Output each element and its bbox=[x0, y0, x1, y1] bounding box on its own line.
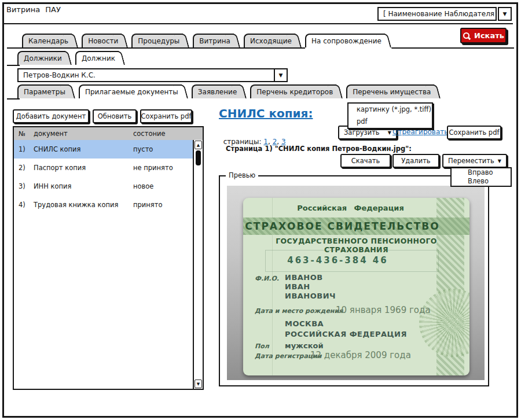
card-birth-date: 10 января 1969 года bbox=[336, 305, 431, 315]
scroll-up-icon: ▲ bbox=[197, 143, 200, 148]
add-document-button[interactable]: Добавить документ bbox=[13, 109, 89, 123]
table-row[interactable]: 3) ИНН копия новое bbox=[14, 177, 194, 196]
observer-select[interactable]: [ Наименование Наблюдателя ] bbox=[377, 7, 497, 21]
download-button[interactable]: Скачать bbox=[340, 154, 391, 168]
card-rosette bbox=[419, 289, 469, 357]
tab-news[interactable]: Новости bbox=[82, 34, 122, 47]
table-row[interactable]: 1) СНИЛС копия пусто bbox=[14, 140, 194, 159]
tab-vitrina[interactable]: Витрина bbox=[193, 34, 234, 47]
debtor-select[interactable]: Петров-Водкин К.С. ▼ bbox=[17, 68, 288, 82]
tab-parameters[interactable]: Параметры bbox=[17, 84, 69, 98]
upload-menu-item-image[interactable]: картинку (*.jpg, *.tiff) bbox=[348, 104, 432, 116]
tab-application-label: Заявление bbox=[198, 88, 237, 96]
document-title-link[interactable]: СНИЛС копия: bbox=[219, 106, 313, 120]
tab-outgoing-label: Исходящие bbox=[250, 37, 292, 45]
chevron-down-icon: ▼ bbox=[494, 159, 501, 164]
card-sex-label: Пол bbox=[255, 342, 269, 350]
card-reg-date: 12 декабря 2009 года bbox=[310, 350, 411, 360]
upload-menu: картинку (*.jpg, *.tiff) pdf bbox=[347, 102, 433, 129]
preview-image: Российская Федерация СТРАХОВОЕ СВИДЕТЕЛЬ… bbox=[227, 186, 485, 380]
row-document: Трудовая книжка копия bbox=[34, 201, 133, 209]
snils-card: Российская Федерация СТРАХОВОЕ СВИДЕТЕЛЬ… bbox=[243, 198, 469, 375]
debtor-tab-bar: Должники Должник bbox=[7, 51, 296, 66]
card-birth-city: МОСКВА bbox=[285, 319, 324, 328]
tab-procedures[interactable]: Процедуры bbox=[131, 34, 183, 47]
move-button-label: Переместить bbox=[448, 157, 494, 165]
tab-parameters-label: Параметры bbox=[24, 88, 65, 96]
tab-property-list-label: Перечень имущества bbox=[353, 88, 431, 96]
table-row[interactable]: 4) Трудовая книжка копия принято bbox=[14, 196, 194, 214]
download-button-label: Скачать bbox=[351, 157, 380, 165]
row-num: 4) bbox=[19, 201, 34, 209]
tab-calendar[interactable]: Календарь bbox=[22, 34, 72, 47]
card-birth-country: РОССИЙСКАЯ ФЕДЕРАЦИЯ bbox=[285, 330, 407, 338]
list-scrollbar[interactable]: ▲ ▼ bbox=[193, 140, 203, 389]
chevron-down-icon: ▼ bbox=[279, 72, 283, 78]
card-fio-surname: ИВАНОВ bbox=[285, 273, 323, 282]
tab-attached-documents-label: Прилагаемые документы bbox=[85, 88, 178, 96]
add-document-button-label: Добавить документ bbox=[16, 112, 86, 120]
refresh-button-label: Обновить bbox=[98, 112, 131, 120]
scroll-down-button[interactable]: ▼ bbox=[195, 380, 202, 388]
doc-tab-bar: Параметры Прилагаемые документы Заявлени… bbox=[7, 84, 412, 100]
row-state: принято bbox=[133, 201, 194, 209]
row-document: ИНН копия bbox=[34, 182, 133, 190]
card-title: СТРАХОВОЕ СВИДЕТЕЛЬСТВО bbox=[243, 220, 469, 232]
row-state: не принято bbox=[133, 164, 194, 172]
page-caption: Страница 1) "СНИЛС копия Петров-Водкин.j… bbox=[226, 145, 412, 153]
document-list: № документ состоние 1) СНИЛС копия пусто… bbox=[13, 126, 204, 390]
save-pdf-button-left[interactable]: Сохранить pdf bbox=[140, 109, 192, 123]
card-fio-patronymic: ИВАНОВИЧ bbox=[285, 292, 336, 300]
row-num: 3) bbox=[19, 182, 34, 190]
main-tab-bar: Календарь Новости Процедуры Витрина Исхо… bbox=[7, 34, 514, 49]
observer-select-arrow-button[interactable]: ▼ bbox=[498, 7, 512, 21]
tab-vitrina-label: Витрина bbox=[199, 37, 230, 45]
debtor-select-value: Петров-Водкин К.С. bbox=[19, 71, 274, 79]
tab-procedures-label: Процедуры bbox=[138, 37, 179, 45]
card-country: Российская Федерация bbox=[243, 204, 469, 212]
scrollbar-thumb[interactable] bbox=[196, 150, 201, 165]
tab-debtor[interactable]: Должник bbox=[75, 51, 119, 65]
tab-property-list[interactable]: Перечень имущества bbox=[346, 84, 434, 98]
move-menu-item-left[interactable]: Влево bbox=[452, 177, 511, 186]
header-state: состоние bbox=[133, 130, 203, 138]
scroll-up-button[interactable]: ▲ bbox=[195, 141, 202, 149]
refresh-button[interactable]: Обновить bbox=[93, 109, 137, 123]
chevron-down-icon: ▼ bbox=[503, 11, 507, 17]
tab-outgoing[interactable]: Исходящие bbox=[244, 34, 295, 47]
move-button[interactable]: Переместить ▼ bbox=[442, 154, 507, 168]
react-link[interactable]: Отреагировать bbox=[392, 128, 448, 136]
tab-creditors-list[interactable]: Перчень кредиторов bbox=[250, 84, 336, 98]
card-fio-label: Ф.И.О. bbox=[255, 275, 279, 282]
tab-debtors-label: Должники bbox=[24, 54, 62, 62]
tab-on-support[interactable]: На сопровождение bbox=[305, 34, 385, 47]
pages-nav: страницы: 1, 2, 3 bbox=[219, 130, 286, 146]
upload-button-label: Загрузить bbox=[344, 128, 380, 137]
scroll-down-icon: ▼ bbox=[197, 382, 200, 386]
save-pdf-button-right[interactable]: Сохранить pdf bbox=[447, 126, 501, 139]
row-num: 2) bbox=[19, 164, 34, 172]
upload-menu-item-pdf[interactable]: pdf bbox=[348, 116, 432, 128]
row-state: пусто bbox=[133, 145, 194, 153]
preview-legend: Превью bbox=[226, 171, 258, 179]
debtor-tab-baseline bbox=[7, 65, 20, 66]
debtor-select-arrow[interactable]: ▼ bbox=[274, 69, 287, 81]
row-num: 1) bbox=[19, 145, 34, 153]
observer-select-value: [ Наименование Наблюдателя ] bbox=[379, 10, 496, 18]
tab-application[interactable]: Заявление bbox=[192, 84, 240, 98]
header-num: № bbox=[19, 130, 34, 138]
move-menu-item-right[interactable]: Вправо bbox=[452, 168, 511, 177]
move-menu: Вправо Влево bbox=[450, 167, 512, 187]
card-number: 463-436-384 46 bbox=[243, 255, 469, 266]
row-document: СНИЛС копия bbox=[34, 145, 133, 153]
tab-debtor-label: Должник bbox=[82, 54, 115, 62]
tab-attached-documents[interactable]: Прилагаемые документы bbox=[79, 84, 182, 98]
table-row[interactable]: 2) Паспорт копия не принято bbox=[14, 159, 194, 177]
tab-debtors[interactable]: Должники bbox=[17, 51, 65, 65]
delete-button[interactable]: Удалить bbox=[392, 154, 439, 168]
save-pdf-button-right-label: Сохранить pdf bbox=[449, 128, 500, 137]
chevron-down-icon: ▼ bbox=[384, 130, 391, 135]
header-document: документ bbox=[34, 130, 133, 138]
document-list-header: № документ состоние bbox=[14, 127, 203, 140]
app-title: Витрина ПАУ bbox=[6, 5, 61, 14]
